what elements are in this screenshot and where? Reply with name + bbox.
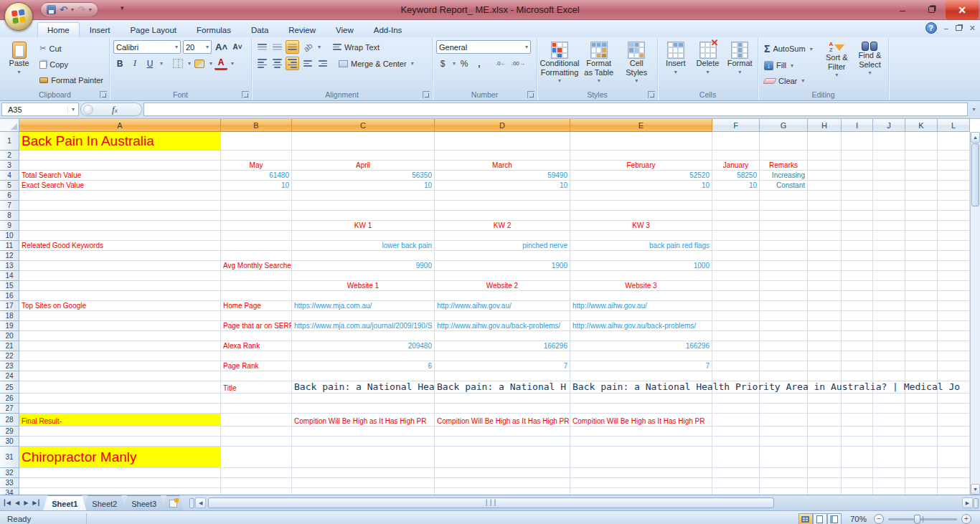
cell-H22[interactable] [808, 351, 842, 361]
cell-E13[interactable]: 1000 [570, 261, 712, 271]
italic-button[interactable]: I [128, 57, 141, 70]
zoom-track[interactable] [888, 518, 957, 520]
cell-G32[interactable] [760, 468, 808, 478]
cell-L26[interactable] [938, 394, 970, 404]
cell-A29[interactable] [19, 427, 221, 437]
cell-J30[interactable] [873, 437, 905, 447]
cell-F11[interactable] [712, 241, 760, 251]
cell-B20[interactable] [221, 331, 292, 341]
cell-D28[interactable]: Compition Will Be High as It Has High PR [435, 414, 570, 427]
cell-G26[interactable] [760, 394, 808, 404]
row-header-29[interactable]: 29 [0, 427, 19, 437]
cell-L34[interactable] [938, 488, 970, 495]
cell-E26[interactable] [570, 394, 712, 404]
bottom-align-button[interactable] [286, 40, 299, 54]
cell-C34[interactable] [292, 488, 435, 495]
align-left-button[interactable] [255, 57, 268, 70]
cell-H33[interactable] [808, 478, 842, 488]
row-header-24[interactable]: 24 [0, 371, 19, 381]
insert-function-button[interactable]: fx [80, 103, 142, 116]
conditional-formatting-button[interactable]: Conditional Formatting▾ [541, 40, 578, 88]
ribbon-tab-insert[interactable]: Insert [80, 22, 121, 37]
cell-D4[interactable]: 59490 [435, 171, 570, 181]
cell-J13[interactable] [873, 261, 905, 271]
cell-B27[interactable] [221, 404, 292, 414]
row-header-13[interactable]: 13 [0, 261, 19, 271]
cell-J8[interactable] [873, 211, 905, 221]
cell-F31[interactable] [712, 447, 760, 468]
cell-G3[interactable]: Remarks [760, 161, 808, 171]
cell-I15[interactable] [842, 281, 873, 291]
row-header-31[interactable]: 31 [0, 447, 19, 468]
cell-I26[interactable] [842, 394, 873, 404]
cell-F23[interactable] [712, 361, 760, 371]
cell-J34[interactable] [873, 488, 905, 495]
cell-G1[interactable] [760, 132, 808, 151]
cell-J21[interactable] [873, 341, 905, 351]
workbook-restore-icon[interactable] [956, 25, 962, 31]
ribbon-tab-home[interactable]: Home [37, 22, 80, 37]
cell-E33[interactable] [570, 478, 712, 488]
cell-K21[interactable] [905, 341, 938, 351]
cell-D34[interactable] [435, 488, 570, 495]
cell-B8[interactable] [221, 211, 292, 221]
decrease-indent-button[interactable] [301, 57, 314, 70]
column-header-F[interactable]: F [712, 119, 760, 132]
scroll-down-icon[interactable]: ▼ [971, 484, 980, 495]
zoom-level[interactable]: 70% [850, 515, 867, 523]
cell-H32[interactable] [808, 468, 842, 478]
cell-I20[interactable] [842, 331, 873, 341]
cell-B28[interactable] [221, 414, 292, 427]
cell-L16[interactable] [938, 291, 970, 301]
tab-split-handle[interactable] [189, 498, 194, 508]
formula-bar-expand-icon[interactable]: ▾ [969, 103, 979, 116]
cell-G9[interactable] [760, 221, 808, 231]
cell-C7[interactable] [292, 201, 435, 211]
cell-G33[interactable] [760, 478, 808, 488]
cell-H4[interactable] [808, 171, 842, 181]
cell-C23[interactable]: 6 [292, 361, 435, 371]
cell-A26[interactable] [19, 394, 221, 404]
cell-B1[interactable] [221, 132, 292, 151]
cell-D1[interactable] [435, 132, 570, 151]
ribbon-tab-add-ins[interactable]: Add-Ins [364, 22, 413, 37]
cell-C21[interactable]: 209480 [292, 341, 435, 351]
cell-B34[interactable] [221, 488, 292, 495]
cell-G30[interactable] [760, 437, 808, 447]
cell-E8[interactable] [570, 211, 712, 221]
cell-A28[interactable]: Final Result- [19, 414, 221, 427]
cell-L32[interactable] [938, 468, 970, 478]
cell-A32[interactable] [19, 468, 221, 478]
cell-I16[interactable] [842, 291, 873, 301]
cell-C31[interactable] [292, 447, 435, 468]
cell-F14[interactable] [712, 271, 760, 281]
cell-F24[interactable] [712, 371, 760, 381]
name-box-dropdown-icon[interactable]: ▾ [67, 106, 78, 113]
fill-color-button[interactable] [193, 57, 206, 70]
cell-B15[interactable] [221, 281, 292, 291]
sheet-tab-sheet1[interactable]: Sheet1 [43, 495, 86, 510]
cell-I4[interactable] [842, 171, 873, 181]
cell-K6[interactable] [905, 191, 938, 201]
cell-E24[interactable] [570, 371, 712, 381]
cell-G11[interactable] [760, 241, 808, 251]
cell-I10[interactable] [842, 231, 873, 241]
cell-D9[interactable]: KW 2 [435, 221, 570, 231]
cell-C14[interactable] [292, 271, 435, 281]
fill-button[interactable]: ↓Fill▾ [762, 60, 796, 71]
cell-E1[interactable] [570, 132, 712, 151]
cell-K33[interactable] [905, 478, 938, 488]
cell-I34[interactable] [842, 488, 873, 495]
cell-E18[interactable] [570, 311, 712, 321]
shrink-font-button[interactable]: A˅ [231, 40, 244, 54]
cell-C28[interactable]: Compition Will Be High as It Has High PR [292, 414, 435, 427]
cell-K14[interactable] [905, 271, 938, 281]
copy-button[interactable]: Copy [37, 59, 105, 70]
delete-cells-button[interactable]: ✕ Delete▾ [694, 40, 722, 88]
zoom-in-icon[interactable]: + [961, 514, 971, 524]
cell-G17[interactable] [760, 301, 808, 311]
cell-E19[interactable]: http://www.aihw.gov.au/back-problems/ [570, 321, 712, 331]
cell-D33[interactable] [435, 478, 570, 488]
cut-button[interactable]: ✂Cut [37, 43, 105, 54]
cell-H27[interactable] [808, 404, 842, 414]
